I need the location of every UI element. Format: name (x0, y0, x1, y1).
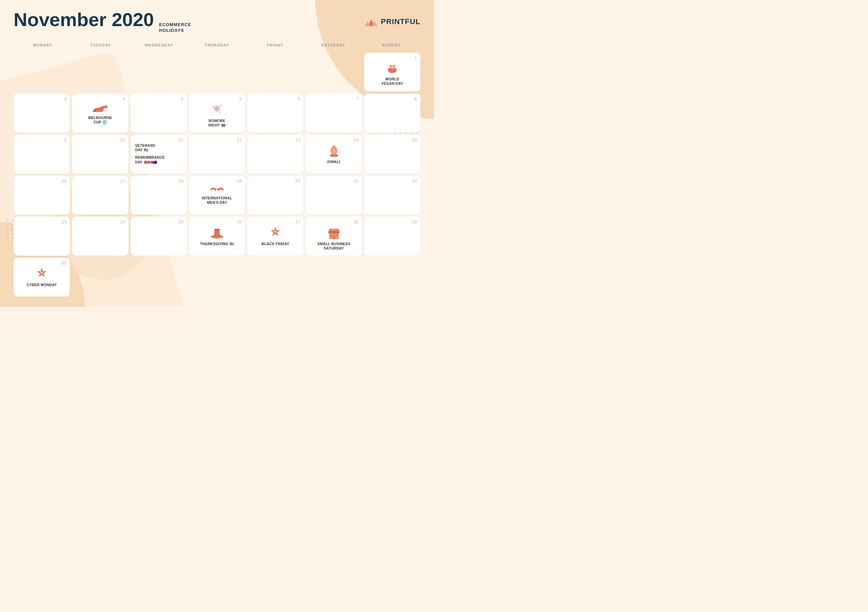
date-number: 8 (415, 96, 417, 101)
date-number: 2 (64, 96, 67, 101)
date-number: 23 (62, 219, 67, 225)
day-wednesday: WEDNESDAY (130, 40, 188, 50)
svg-line-13 (218, 110, 219, 110)
event-name: INTERNATIONALMEN'S DAY (202, 196, 232, 205)
svg-text:✦: ✦ (219, 112, 221, 114)
svg-rect-35 (336, 235, 338, 236)
calendar-day-7: 7 (305, 94, 362, 133)
event-black-friday: % BLACK FRIDAY (250, 225, 301, 246)
calendar-day-22: 22 (364, 176, 420, 215)
svg-rect-31 (337, 231, 338, 234)
date-number: 15 (412, 137, 417, 143)
calendar-day-11: 11 VETERANSDAY 🇺🇸 REMEMBRANCEDAY 🇬🇧🇨🇦🇦🇺 (130, 135, 187, 174)
empty-cell (189, 258, 245, 297)
empty-cell (189, 53, 245, 91)
cyber-monday-percent-badge-icon: % (34, 266, 49, 281)
svg-line-14 (218, 107, 219, 107)
date-number: 25 (178, 219, 183, 225)
event-diwali: DIWALI (308, 143, 359, 164)
svg-rect-29 (331, 231, 333, 234)
event-name-remembrance: REMEMBRANCEDAY 🇬🇧🇨🇦🇦🇺 (135, 155, 183, 164)
date-number: 1 (415, 55, 417, 60)
calendar-day-29: 29 (364, 217, 420, 256)
event-name: WORLDVEGAN DAY (381, 77, 403, 86)
event-melbourne-cup: MELBOURNECUP 🌐 (74, 102, 126, 125)
empty-cell (14, 53, 70, 91)
svg-rect-22 (214, 229, 220, 230)
date-number: 10 (120, 137, 125, 143)
calendar-day-17: 17 (72, 176, 128, 215)
date-number: 21 (353, 178, 358, 183)
date-number: 5 (239, 96, 242, 101)
calendar-day-13: 13 (247, 135, 304, 174)
day-sunday: SUNDAY (363, 40, 420, 50)
calendar-day-27: 27 % BLACK FRIDAY (247, 217, 304, 256)
date-number: 13 (295, 137, 300, 143)
calendar-day-10: 10 (72, 135, 128, 174)
svg-text:✦: ✦ (212, 106, 214, 108)
calendar-day-3: 3 MELBOURNECUP 🌐 (72, 94, 128, 133)
mustache-icon (209, 184, 225, 195)
empty-cell (72, 53, 128, 91)
calendar-day-2: 2 (14, 94, 70, 133)
calendar-day-6: 6 (247, 94, 304, 133)
calendar-day-28: 28 (305, 217, 362, 256)
date-number: 16 (62, 178, 67, 183)
percent-badge-icon: % (268, 225, 283, 240)
header-left: November 2020 ECOMMERCE HOLIDAYS (14, 10, 191, 34)
calendar-day-12: 12 (189, 135, 245, 174)
date-number: 20 (295, 178, 300, 183)
calendar-day-16: 16 (14, 176, 70, 215)
calendar-day-24: 24 (72, 217, 128, 256)
event-name: DIWALI (327, 160, 340, 164)
calendar-grid: 1 WORLDVEGAN DAY (14, 53, 420, 297)
date-number: 18 (178, 178, 183, 183)
date-number: 4 (181, 96, 183, 101)
calendar: MONDAY TUESDAY WEDNESDAY THURSDAY FRIDAY… (14, 40, 420, 297)
pilgrim-hat-icon (209, 225, 225, 240)
vegan-icon (385, 61, 400, 76)
empty-cell (364, 258, 420, 297)
svg-rect-28 (329, 231, 330, 234)
day-saturday: SATURDAY (304, 40, 362, 50)
event-name: MELBOURNECUP 🌐 (88, 116, 112, 125)
date-number: 6 (298, 96, 300, 101)
calendar-day-14: 14 DIWALI (305, 135, 362, 174)
empty-cell (72, 258, 128, 297)
svg-point-6 (105, 105, 107, 107)
event-name: THANKSGIVING 🇺🇸 (200, 242, 234, 246)
date-number: 3 (122, 96, 125, 101)
calendar-day-1: 1 WORLDVEGAN DAY (364, 53, 420, 91)
day-friday: FRIDAY (246, 40, 304, 50)
date-number: 19 (237, 178, 242, 183)
diwali-icon (327, 143, 341, 158)
date-number: 29 (412, 219, 417, 225)
date-number: 11 (178, 137, 183, 143)
day-headers: MONDAY TUESDAY WEDNESDAY THURSDAY FRIDAY… (14, 40, 420, 50)
svg-line-15 (215, 110, 216, 110)
svg-line-12 (215, 107, 216, 107)
calendar-day-23: 23 (14, 217, 70, 256)
svg-text:✦: ✦ (220, 104, 222, 107)
event-veterans-remembrance: VETERANSDAY 🇺🇸 REMEMBRANCEDAY 🇬🇧🇨🇦🇦🇺 (134, 143, 183, 165)
svg-rect-37 (330, 229, 337, 231)
date-number: 27 (295, 219, 300, 225)
page-header: November 2020 ECOMMERCE HOLIDAYS PRINTFU… (14, 10, 420, 34)
logo-text: PRINTFUL (381, 17, 420, 26)
calendar-day-4: 4 (130, 94, 187, 133)
calendar-day-9: 9 (14, 135, 70, 174)
calendar-day-15: 15 (364, 135, 420, 174)
svg-text:%: % (40, 271, 43, 275)
header-subtitle: ECOMMERCE HOLIDAYS (159, 22, 191, 34)
calendar-day-5: 5 ✦ (189, 94, 245, 133)
empty-cell (305, 53, 362, 91)
event-name: BLACK FRIDAY (262, 242, 289, 246)
printful-logo-icon (364, 16, 378, 28)
date-number: 26 (237, 219, 242, 225)
calendar-day-20: 20 (247, 176, 304, 215)
event-name-veterans: VETERANSDAY 🇺🇸 (135, 143, 183, 153)
event-small-business-saturday: SMALL BUSINESSSATURDAY (308, 225, 359, 251)
date-number: 7 (356, 96, 358, 101)
day-thursday: THURSDAY (188, 40, 246, 50)
event-name: SMALL BUSINESSSATURDAY (317, 242, 350, 251)
